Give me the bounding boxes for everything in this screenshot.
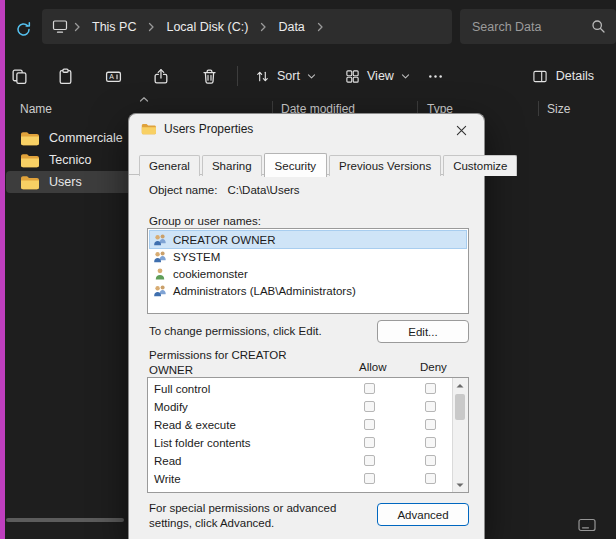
- allow-checkbox[interactable]: [364, 401, 375, 412]
- sort-label: Sort: [277, 69, 300, 83]
- group-user-list: CREATOR OWNER SYSTEM cookiemonster Admin…: [147, 228, 469, 314]
- group-name: cookiemonster: [173, 268, 248, 280]
- column-separator: [538, 101, 539, 116]
- file-name: Users: [49, 175, 82, 189]
- permission-name: Full control: [154, 383, 210, 395]
- dialog-title: Users Properties: [164, 122, 253, 136]
- allow-checkbox[interactable]: [364, 383, 375, 394]
- chevron-right-icon: [144, 22, 158, 32]
- paste-icon: [57, 68, 74, 85]
- more-options-button[interactable]: [420, 61, 450, 91]
- horizontal-scrollbar[interactable]: [6, 518, 124, 522]
- breadcrumb-this-pc[interactable]: This PC: [86, 17, 142, 37]
- view-icon: [345, 69, 360, 84]
- dialog-titlebar: Users Properties: [129, 114, 484, 144]
- object-name-label: Object name:: [149, 184, 217, 196]
- sort-direction-icon: [139, 96, 149, 103]
- refresh-icon: [15, 21, 32, 38]
- view-button[interactable]: View: [336, 61, 419, 91]
- allow-checkbox[interactable]: [364, 437, 375, 448]
- folder-icon: [20, 131, 39, 146]
- permission-row-list-folder-contents[interactable]: List folder contents: [148, 434, 468, 452]
- sort-button[interactable]: Sort: [246, 61, 325, 91]
- deny-checkbox[interactable]: [425, 473, 436, 484]
- address-bar[interactable]: This PC Local Disk (C:) Data: [42, 9, 452, 44]
- allow-checkbox[interactable]: [364, 455, 375, 466]
- deny-checkbox[interactable]: [425, 455, 436, 466]
- tab-customize[interactable]: Customize: [443, 155, 517, 176]
- search-box[interactable]: [460, 9, 616, 44]
- chevron-right-icon: [70, 22, 84, 32]
- group-row-administrators[interactable]: Administrators (LAB\Administrators): [150, 282, 466, 299]
- permission-row-write[interactable]: Write: [148, 470, 468, 488]
- scroll-down-icon[interactable]: [453, 478, 467, 492]
- permissions-scrollbar[interactable]: [452, 378, 468, 492]
- allow-checkbox[interactable]: [364, 419, 375, 430]
- permission-row-full-control[interactable]: Full control: [148, 380, 468, 398]
- permission-row-read-execute[interactable]: Read & execute: [148, 416, 468, 434]
- group-list-label: Group or user names:: [149, 215, 261, 227]
- permission-name: Modify: [154, 401, 188, 413]
- group-row-system[interactable]: SYSTEM: [150, 248, 466, 265]
- group-row-cookiemonster[interactable]: cookiemonster: [150, 265, 466, 282]
- breadcrumb-local-disk-c[interactable]: Local Disk (C:): [160, 17, 254, 37]
- chevron-down-icon: [307, 73, 316, 80]
- user-icon: [153, 267, 167, 280]
- permission-row-modify[interactable]: Modify: [148, 398, 468, 416]
- copy-button[interactable]: [2, 61, 36, 91]
- permissions-list: Full control Modify Read & execute List …: [147, 377, 469, 493]
- permissions-title: Permissions for CREATOR OWNER: [149, 348, 319, 378]
- details-panel-icon: [532, 69, 548, 84]
- details-label: Details: [556, 69, 594, 83]
- file-name: Tecnico: [49, 153, 91, 167]
- close-button[interactable]: [446, 118, 476, 142]
- breadcrumb-data[interactable]: Data: [272, 17, 310, 37]
- deny-checkbox[interactable]: [425, 383, 436, 394]
- rename-button[interactable]: A: [96, 61, 130, 91]
- edit-button[interactable]: Edit...: [377, 320, 469, 343]
- sort-icon: [255, 69, 270, 84]
- tab-security[interactable]: Security: [264, 153, 328, 177]
- column-header-name[interactable]: Name: [20, 102, 52, 116]
- group-name: CREATOR OWNER: [173, 234, 275, 246]
- scrollbar-thumb[interactable]: [455, 394, 465, 420]
- tab-previous-versions[interactable]: Previous Versions: [329, 155, 441, 176]
- deny-checkbox[interactable]: [425, 437, 436, 448]
- group-icon: [153, 284, 167, 297]
- paste-button[interactable]: [48, 61, 82, 91]
- advanced-button[interactable]: Advanced: [377, 503, 469, 526]
- folder-icon: [20, 153, 39, 168]
- deny-checkbox[interactable]: [425, 401, 436, 412]
- close-icon: [456, 125, 467, 136]
- tab-strip: General Sharing Security Previous Versio…: [139, 153, 519, 176]
- explorer-window: This PC Local Disk (C:) Data A: [0, 0, 616, 539]
- column-header-size[interactable]: Size: [547, 102, 570, 116]
- delete-button[interactable]: [192, 61, 226, 91]
- group-row-creator-owner[interactable]: CREATOR OWNER: [150, 231, 466, 248]
- scroll-up-icon[interactable]: [453, 378, 467, 392]
- group-name: SYSTEM: [173, 251, 220, 263]
- allow-checkbox[interactable]: [364, 473, 375, 484]
- refresh-button[interactable]: [9, 15, 37, 43]
- view-toggle-icon[interactable]: [578, 518, 596, 532]
- trash-icon: [201, 68, 218, 85]
- permission-name: List folder contents: [154, 437, 251, 449]
- share-button[interactable]: [144, 61, 178, 91]
- tab-sharing[interactable]: Sharing: [202, 155, 262, 176]
- deny-checkbox[interactable]: [425, 419, 436, 430]
- svg-text:A: A: [109, 73, 114, 80]
- edit-hint: To change permissions, click Edit.: [149, 325, 322, 337]
- search-icon: [591, 19, 606, 34]
- chevron-right-icon: [256, 22, 270, 32]
- details-button[interactable]: Details: [522, 61, 604, 91]
- folder-icon: [141, 123, 156, 135]
- search-input[interactable]: [470, 19, 585, 35]
- permission-row-read[interactable]: Read: [148, 452, 468, 470]
- ellipsis-icon: [428, 74, 443, 79]
- computer-icon: [52, 19, 68, 34]
- tab-general[interactable]: General: [139, 155, 200, 176]
- group-icon: [153, 233, 167, 246]
- chevron-down-icon: [401, 73, 410, 80]
- group-name: Administrators (LAB\Administrators): [173, 285, 356, 297]
- chevron-right-icon: [313, 22, 327, 32]
